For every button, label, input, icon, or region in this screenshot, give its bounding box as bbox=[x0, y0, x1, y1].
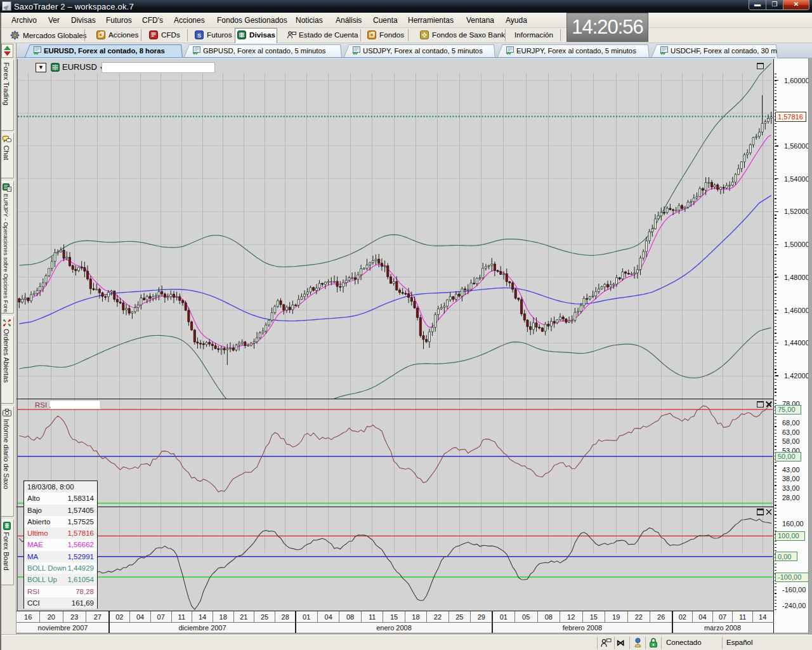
svg-text:68,00: 68,00 bbox=[782, 419, 800, 427]
svg-text:08: 08 bbox=[346, 613, 354, 621]
svg-text:01: 01 bbox=[303, 613, 310, 621]
svg-text:05: 05 bbox=[522, 613, 530, 621]
svg-text:20: 20 bbox=[48, 613, 55, 621]
svg-text:02: 02 bbox=[679, 613, 686, 621]
svg-text:1,60000: 1,60000 bbox=[784, 77, 809, 84]
svg-text:43,00: 43,00 bbox=[782, 466, 800, 474]
svg-text:1,46000: 1,46000 bbox=[784, 307, 809, 314]
svg-text:1,56000: 1,56000 bbox=[784, 142, 809, 150]
svg-text:16: 16 bbox=[24, 613, 32, 621]
svg-text:22: 22 bbox=[434, 613, 442, 621]
svg-text:RSI ,: RSI , bbox=[35, 401, 51, 409]
svg-text:0,00: 0,00 bbox=[778, 553, 791, 560]
svg-text:28: 28 bbox=[282, 613, 289, 621]
svg-text:S: S bbox=[197, 32, 201, 39]
svg-text:-100,00: -100,00 bbox=[778, 573, 801, 581]
svg-text:11: 11 bbox=[369, 613, 376, 621]
svg-text:marzo 2008: marzo 2008 bbox=[704, 624, 741, 632]
svg-text:1,57816: 1,57816 bbox=[778, 113, 803, 121]
svg-text:25: 25 bbox=[455, 613, 463, 621]
svg-text:-160,00: -160,00 bbox=[782, 586, 806, 594]
svg-text:11: 11 bbox=[178, 613, 185, 621]
svg-text:-240,00: -240,00 bbox=[782, 602, 806, 609]
svg-text:07: 07 bbox=[719, 613, 726, 621]
svg-text:04: 04 bbox=[325, 613, 332, 621]
svg-text:1,50000: 1,50000 bbox=[784, 241, 809, 248]
svg-text:14: 14 bbox=[199, 613, 206, 621]
svg-text:11: 11 bbox=[739, 613, 746, 621]
svg-text:15: 15 bbox=[590, 613, 598, 621]
svg-text:08: 08 bbox=[545, 613, 553, 621]
svg-text:58,00: 58,00 bbox=[782, 437, 800, 445]
svg-text:1,52000: 1,52000 bbox=[784, 208, 809, 215]
svg-text:21: 21 bbox=[240, 613, 247, 621]
svg-text:26: 26 bbox=[657, 613, 665, 621]
svg-text:38,00: 38,00 bbox=[782, 475, 800, 482]
svg-text:50,00: 50,00 bbox=[778, 453, 796, 460]
svg-text:01: 01 bbox=[500, 613, 508, 621]
svg-text:23: 23 bbox=[70, 613, 78, 621]
svg-text:1,48000: 1,48000 bbox=[784, 274, 809, 281]
svg-text:12: 12 bbox=[567, 613, 575, 621]
svg-text:19: 19 bbox=[612, 613, 620, 621]
svg-text:1,44000: 1,44000 bbox=[784, 339, 809, 347]
svg-text:160,00: 160,00 bbox=[782, 520, 804, 527]
svg-text:febrero 2008: febrero 2008 bbox=[563, 624, 602, 632]
svg-text:29: 29 bbox=[478, 613, 485, 621]
svg-text:22: 22 bbox=[635, 613, 643, 621]
svg-text:noviembre 2007: noviembre 2007 bbox=[38, 624, 88, 632]
svg-text:04: 04 bbox=[698, 613, 706, 621]
svg-text:15: 15 bbox=[390, 613, 398, 621]
svg-text:18: 18 bbox=[219, 613, 227, 621]
svg-text:63,00: 63,00 bbox=[782, 428, 800, 436]
svg-text:33,00: 33,00 bbox=[782, 484, 800, 492]
svg-text:enero 2008: enero 2008 bbox=[376, 624, 412, 632]
svg-text:1,54000: 1,54000 bbox=[784, 175, 809, 183]
svg-text:14: 14 bbox=[759, 613, 766, 621]
svg-text:07: 07 bbox=[157, 613, 165, 621]
svg-text:25: 25 bbox=[261, 613, 268, 621]
svg-text:02: 02 bbox=[115, 613, 123, 621]
svg-text:1,42000: 1,42000 bbox=[784, 372, 809, 380]
svg-text:75,00: 75,00 bbox=[778, 406, 796, 413]
svg-text:27: 27 bbox=[94, 613, 102, 621]
svg-text:100,00: 100,00 bbox=[778, 532, 799, 540]
svg-text:28,00: 28,00 bbox=[782, 494, 800, 501]
svg-text:diciembre 2007: diciembre 2007 bbox=[178, 624, 226, 632]
svg-text:18: 18 bbox=[412, 613, 419, 621]
svg-text:04: 04 bbox=[136, 613, 144, 621]
